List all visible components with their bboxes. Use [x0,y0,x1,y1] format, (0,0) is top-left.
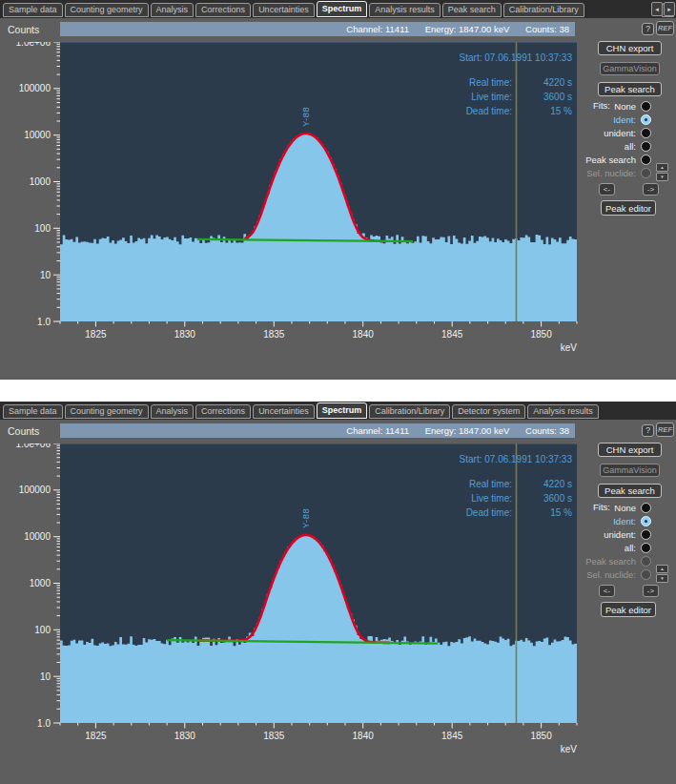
tab-calibration-library[interactable]: Calibration/Library [503,3,584,17]
peak-editor-button[interactable]: Peak editor [601,200,656,216]
radio-label-sel-nuclide: Sel. nuclide: [586,168,636,178]
x-axis-unit: keV [561,744,578,754]
svg-text:100: 100 [34,625,51,635]
svg-text:1.0e+06: 1.0e+06 [16,444,51,449]
svg-text:1835: 1835 [263,329,285,340]
y-axis-title: Counts [8,425,39,437]
y-axis-labels: 1.0e+06100000100001000100101.0 [16,42,51,327]
radio-row-all: all: [625,542,651,553]
gamma-spectroscopy-app: Sample dataCounting geometryAnalysisCorr… [0,0,676,784]
tab-uncertainties[interactable]: Uncertainties [253,3,315,17]
chn-export-button[interactable]: CHN export [598,41,662,55]
x-axis-labels: 182518301835184018451850 [85,329,552,340]
radio-sel-nuclide[interactable] [641,569,651,580]
next-peak-button[interactable]: -> [643,183,659,196]
radio-unident[interactable] [641,529,651,540]
next-peak-button[interactable]: -> [643,585,659,597]
spinner-up-button[interactable]: ▲ [656,163,668,172]
tab-calibration-library[interactable]: Calibration/Library [369,404,450,419]
radio-none[interactable] [641,503,651,513]
acq-row-value: 15 % [550,106,572,116]
y-axis-labels: 1.0e+06100000100001000100101.0 [16,444,51,729]
tab-counting-geometry[interactable]: Counting geometry [65,3,149,17]
spinner-down-button[interactable]: ▼ [656,173,668,181]
spectrum-panel-1: Sample dataCounting geometryAnalysisCorr… [0,0,676,380]
radio-unident[interactable] [641,128,651,138]
tab-analysis-results[interactable]: Analysis results [527,404,599,419]
status-channel: Channel: 11411 [346,425,409,436]
tab-spectrum[interactable]: Spectrum [317,1,368,17]
radio-sel-nuclide[interactable] [641,168,651,178]
spectrum-chart[interactable]: 1.0e+06100000100001000100101.01825183018… [0,444,584,768]
fits-label: Fits: [593,100,610,111]
radio-all[interactable] [641,141,651,152]
radio-peak-search[interactable] [641,556,651,567]
panel-separator [0,380,676,402]
previous-peak-button[interactable]: <- [599,183,615,196]
svg-text:100: 100 [34,223,51,234]
svg-text:10: 10 [40,270,51,280]
nuclide-spinner: ▲ ▼ [656,565,668,583]
y-axis-ticks [53,42,60,321]
start-time-text: Start: 07.06.1991 10:37:33 [460,454,573,464]
spectrum-chart[interactable]: 1.0e+06100000100001000100101.01825183018… [0,42,584,366]
tab-corrections[interactable]: Corrections [195,3,251,17]
radio-ident[interactable] [641,114,651,125]
tab-spectrum[interactable]: Spectrum [317,402,368,419]
radio-label-sel-nuclide: Sel. nuclide: [586,569,636,580]
radio-label-ident: Ident: [613,516,636,526]
acq-row-value: 15 % [550,507,572,518]
gammavision-button[interactable]: GammaVision [600,464,660,477]
radio-ident[interactable] [641,516,651,526]
svg-text:10000: 10000 [24,531,51,542]
x-axis-unit: keV [561,342,578,353]
svg-text:1845: 1845 [441,329,463,340]
radio-label-ident: Ident: [613,114,636,125]
tab-scroll-left-button[interactable]: ◂ [651,2,663,16]
cursor-status-bar: Channel: 11411 Energy: 1847.00 keV Count… [60,423,575,438]
radio-none[interactable] [641,101,651,112]
x-axis-ticks [60,723,577,729]
radio-label-peak-search: Peak search [585,155,636,165]
radio-all[interactable] [641,543,651,553]
ref-button[interactable]: REF [656,423,674,437]
status-channel: Channel: 11411 [346,24,409,34]
peak-search-button[interactable]: Peak search [598,484,662,498]
tab-sample-data[interactable]: Sample data [3,404,63,419]
peak-search-button[interactable]: Peak search [598,82,662,96]
spinner-down-button[interactable]: ▼ [656,574,668,583]
previous-peak-button[interactable]: <- [599,585,615,597]
peak-editor-button[interactable]: Peak editor [601,602,656,617]
spinner-up-button[interactable]: ▲ [656,565,668,573]
svg-text:1.0: 1.0 [37,718,51,729]
peak-nuclide-label: Y-88 [300,508,311,528]
radio-label-all: all: [625,543,636,553]
spectrum-panel-2: Sample dataCounting geometryAnalysisCorr… [0,402,676,784]
tab-analysis-results[interactable]: Analysis results [369,3,440,17]
tab-sample-data[interactable]: Sample data [3,3,63,17]
svg-text:1.0e+06: 1.0e+06 [16,42,51,48]
status-counts: Counts: 38 [525,24,569,34]
svg-text:1.0: 1.0 [37,317,51,327]
ref-button[interactable]: REF [656,21,674,35]
tab-analysis[interactable]: Analysis [151,3,195,17]
tab-uncertainties[interactable]: Uncertainties [253,404,315,419]
tab-counting-geometry[interactable]: Counting geometry [65,404,149,419]
radio-label-unident: unident: [604,529,636,540]
tab-corrections[interactable]: Corrections [195,404,251,419]
acq-row-label: Dead time: [466,507,512,518]
tab-analysis[interactable]: Analysis [151,404,195,419]
tab-detector-system[interactable]: Detector system [452,404,525,419]
tab-scroll-right-button[interactable]: ▸ [664,2,675,16]
radio-row-unident: unident: [604,127,651,138]
y-axis-ticks [53,444,60,723]
svg-text:1000: 1000 [30,578,51,588]
radio-peak-search[interactable] [641,155,651,165]
chn-export-button[interactable]: CHN export [598,443,662,457]
help-button[interactable]: ? [642,23,654,35]
tab-peak-search[interactable]: Peak search [442,3,502,17]
tab-bar: Sample dataCounting geometryAnalysisCorr… [0,402,676,420]
radio-label-all: all: [625,141,636,152]
gammavision-button[interactable]: GammaVision [600,62,660,75]
help-button[interactable]: ? [642,424,654,437]
